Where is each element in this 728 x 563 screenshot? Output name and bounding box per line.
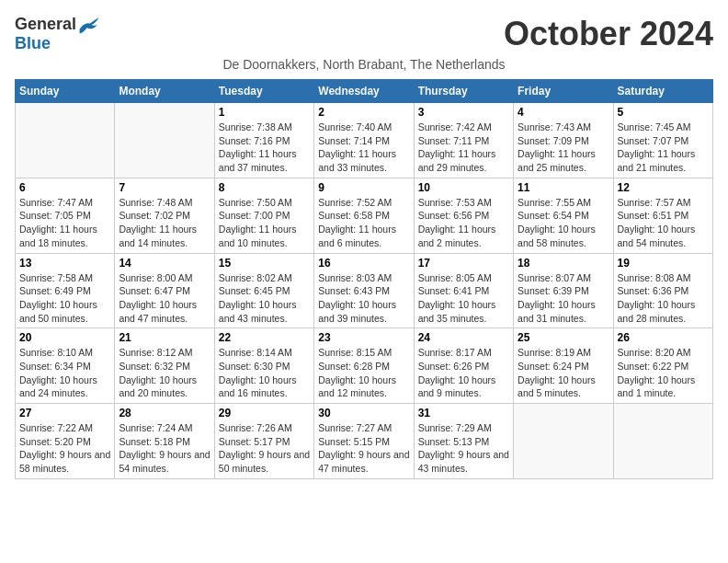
day-info: Sunrise: 7:43 AMSunset: 7:09 PMDaylight:… bbox=[518, 121, 609, 175]
day-number: 12 bbox=[618, 181, 709, 194]
calendar-day-cell: 8Sunrise: 7:50 AMSunset: 7:00 PMDaylight… bbox=[214, 178, 313, 253]
calendar-week-row: 27Sunrise: 7:22 AMSunset: 5:20 PMDayligh… bbox=[16, 404, 713, 479]
day-info: Sunrise: 7:42 AMSunset: 7:11 PMDaylight:… bbox=[418, 121, 509, 175]
calendar-day-cell: 23Sunrise: 8:15 AMSunset: 6:28 PMDayligh… bbox=[314, 328, 414, 404]
calendar-day-cell: 13Sunrise: 7:58 AMSunset: 6:49 PMDayligh… bbox=[16, 253, 115, 328]
calendar-week-row: 6Sunrise: 7:47 AMSunset: 7:05 PMDaylight… bbox=[16, 178, 713, 253]
day-number: 14 bbox=[119, 257, 210, 270]
day-number: 15 bbox=[219, 257, 310, 270]
calendar-header-tuesday: Tuesday bbox=[214, 80, 313, 103]
day-info: Sunrise: 7:45 AMSunset: 7:07 PMDaylight:… bbox=[618, 121, 709, 175]
calendar-day-cell: 11Sunrise: 7:55 AMSunset: 6:54 PMDayligh… bbox=[514, 178, 613, 253]
calendar-day-cell: 27Sunrise: 7:22 AMSunset: 5:20 PMDayligh… bbox=[16, 404, 115, 479]
day-number: 29 bbox=[219, 407, 310, 419]
calendar-day-cell: 10Sunrise: 7:53 AMSunset: 6:56 PMDayligh… bbox=[414, 178, 513, 253]
day-info: Sunrise: 7:27 AMSunset: 5:15 PMDaylight:… bbox=[318, 421, 409, 476]
calendar-day-cell: 12Sunrise: 7:57 AMSunset: 6:51 PMDayligh… bbox=[613, 178, 712, 253]
day-info: Sunrise: 8:02 AMSunset: 6:45 PMDaylight:… bbox=[219, 271, 310, 326]
calendar-day-cell bbox=[613, 404, 712, 479]
calendar-day-cell: 20Sunrise: 8:10 AMSunset: 6:34 PMDayligh… bbox=[16, 328, 115, 404]
day-number: 22 bbox=[219, 331, 310, 344]
day-info: Sunrise: 7:24 AMSunset: 5:18 PMDaylight:… bbox=[119, 421, 210, 476]
calendar-day-cell: 6Sunrise: 7:47 AMSunset: 7:05 PMDaylight… bbox=[16, 178, 115, 253]
calendar-table: SundayMondayTuesdayWednesdayThursdayFrid… bbox=[15, 79, 713, 479]
header: General Blue October 2024 bbox=[15, 15, 713, 53]
day-info: Sunrise: 7:53 AMSunset: 6:56 PMDaylight:… bbox=[418, 196, 509, 250]
day-info: Sunrise: 8:08 AMSunset: 6:36 PMDaylight:… bbox=[618, 271, 709, 326]
calendar-header-wednesday: Wednesday bbox=[314, 80, 414, 103]
day-info: Sunrise: 8:03 AMSunset: 6:43 PMDaylight:… bbox=[318, 271, 409, 326]
calendar-day-cell: 4Sunrise: 7:43 AMSunset: 7:09 PMDaylight… bbox=[514, 103, 613, 178]
day-info: Sunrise: 7:58 AMSunset: 6:49 PMDaylight:… bbox=[19, 271, 110, 326]
day-number: 8 bbox=[219, 181, 310, 194]
day-number: 21 bbox=[119, 331, 210, 344]
day-number: 11 bbox=[518, 181, 609, 194]
calendar-day-cell: 18Sunrise: 8:07 AMSunset: 6:39 PMDayligh… bbox=[514, 253, 613, 328]
calendar-header-friday: Friday bbox=[514, 80, 613, 103]
day-info: Sunrise: 8:20 AMSunset: 6:22 PMDaylight:… bbox=[618, 346, 709, 400]
logo: General Blue bbox=[15, 15, 100, 53]
day-info: Sunrise: 8:17 AMSunset: 6:26 PMDaylight:… bbox=[418, 346, 509, 400]
day-info: Sunrise: 8:14 AMSunset: 6:30 PMDaylight:… bbox=[219, 346, 310, 400]
day-number: 13 bbox=[19, 257, 110, 270]
day-number: 30 bbox=[318, 407, 409, 419]
calendar-day-cell: 22Sunrise: 8:14 AMSunset: 6:30 PMDayligh… bbox=[214, 328, 313, 404]
calendar-day-cell: 30Sunrise: 7:27 AMSunset: 5:15 PMDayligh… bbox=[314, 404, 414, 479]
calendar-day-cell: 26Sunrise: 8:20 AMSunset: 6:22 PMDayligh… bbox=[613, 328, 712, 404]
day-info: Sunrise: 7:57 AMSunset: 6:51 PMDaylight:… bbox=[618, 196, 709, 250]
calendar-day-cell: 16Sunrise: 8:03 AMSunset: 6:43 PMDayligh… bbox=[314, 253, 414, 328]
calendar-header-sunday: Sunday bbox=[16, 80, 115, 103]
calendar-week-row: 20Sunrise: 8:10 AMSunset: 6:34 PMDayligh… bbox=[16, 328, 713, 404]
day-number: 7 bbox=[119, 181, 210, 194]
day-number: 18 bbox=[518, 257, 609, 270]
day-info: Sunrise: 8:05 AMSunset: 6:41 PMDaylight:… bbox=[418, 271, 509, 326]
calendar-day-cell: 31Sunrise: 7:29 AMSunset: 5:13 PMDayligh… bbox=[414, 404, 513, 479]
calendar-day-cell: 19Sunrise: 8:08 AMSunset: 6:36 PMDayligh… bbox=[613, 253, 712, 328]
day-number: 24 bbox=[418, 331, 509, 344]
calendar-day-cell: 2Sunrise: 7:40 AMSunset: 7:14 PMDaylight… bbox=[314, 103, 414, 178]
calendar-day-cell: 5Sunrise: 7:45 AMSunset: 7:07 PMDaylight… bbox=[613, 103, 712, 178]
day-number: 27 bbox=[19, 407, 110, 419]
month-title: October 2024 bbox=[504, 15, 713, 53]
day-number: 16 bbox=[318, 257, 409, 270]
day-info: Sunrise: 7:26 AMSunset: 5:17 PMDaylight:… bbox=[219, 421, 310, 476]
day-info: Sunrise: 8:07 AMSunset: 6:39 PMDaylight:… bbox=[518, 271, 609, 326]
day-number: 25 bbox=[518, 331, 609, 344]
calendar-week-row: 13Sunrise: 7:58 AMSunset: 6:49 PMDayligh… bbox=[16, 253, 713, 328]
calendar-week-row: 1Sunrise: 7:38 AMSunset: 7:16 PMDaylight… bbox=[16, 103, 713, 178]
day-number: 31 bbox=[418, 407, 509, 419]
logo-bird-icon bbox=[78, 16, 100, 34]
subtitle: De Doornakkers, North Brabant, The Nethe… bbox=[15, 57, 713, 72]
day-info: Sunrise: 8:00 AMSunset: 6:47 PMDaylight:… bbox=[119, 271, 210, 326]
day-info: Sunrise: 7:40 AMSunset: 7:14 PMDaylight:… bbox=[318, 121, 409, 175]
calendar-day-cell: 14Sunrise: 8:00 AMSunset: 6:47 PMDayligh… bbox=[115, 253, 214, 328]
calendar-day-cell: 3Sunrise: 7:42 AMSunset: 7:11 PMDaylight… bbox=[414, 103, 513, 178]
day-number: 2 bbox=[318, 106, 409, 119]
day-info: Sunrise: 8:15 AMSunset: 6:28 PMDaylight:… bbox=[318, 346, 409, 400]
day-info: Sunrise: 8:10 AMSunset: 6:34 PMDaylight:… bbox=[19, 346, 110, 400]
day-info: Sunrise: 8:12 AMSunset: 6:32 PMDaylight:… bbox=[119, 346, 210, 400]
calendar-day-cell: 17Sunrise: 8:05 AMSunset: 6:41 PMDayligh… bbox=[414, 253, 513, 328]
calendar-day-cell: 28Sunrise: 7:24 AMSunset: 5:18 PMDayligh… bbox=[115, 404, 214, 479]
day-info: Sunrise: 7:29 AMSunset: 5:13 PMDaylight:… bbox=[418, 421, 509, 476]
day-info: Sunrise: 7:47 AMSunset: 7:05 PMDaylight:… bbox=[19, 196, 110, 250]
calendar-header-monday: Monday bbox=[115, 80, 214, 103]
day-number: 10 bbox=[418, 181, 509, 194]
calendar-day-cell: 21Sunrise: 8:12 AMSunset: 6:32 PMDayligh… bbox=[115, 328, 214, 404]
calendar-header-row: SundayMondayTuesdayWednesdayThursdayFrid… bbox=[16, 80, 713, 103]
calendar-header-saturday: Saturday bbox=[613, 80, 712, 103]
calendar-day-cell: 24Sunrise: 8:17 AMSunset: 6:26 PMDayligh… bbox=[414, 328, 513, 404]
calendar-day-cell bbox=[115, 103, 214, 178]
day-number: 23 bbox=[318, 331, 409, 344]
day-info: Sunrise: 7:22 AMSunset: 5:20 PMDaylight:… bbox=[19, 421, 110, 476]
day-number: 17 bbox=[418, 257, 509, 270]
day-number: 26 bbox=[618, 331, 709, 344]
day-number: 5 bbox=[618, 106, 709, 119]
day-info: Sunrise: 7:55 AMSunset: 6:54 PMDaylight:… bbox=[518, 196, 609, 250]
logo-blue-text: Blue bbox=[15, 34, 51, 53]
day-info: Sunrise: 7:38 AMSunset: 7:16 PMDaylight:… bbox=[219, 121, 310, 175]
day-number: 9 bbox=[318, 181, 409, 194]
calendar-header-thursday: Thursday bbox=[414, 80, 513, 103]
day-number: 19 bbox=[618, 257, 709, 270]
calendar-day-cell: 1Sunrise: 7:38 AMSunset: 7:16 PMDaylight… bbox=[214, 103, 313, 178]
